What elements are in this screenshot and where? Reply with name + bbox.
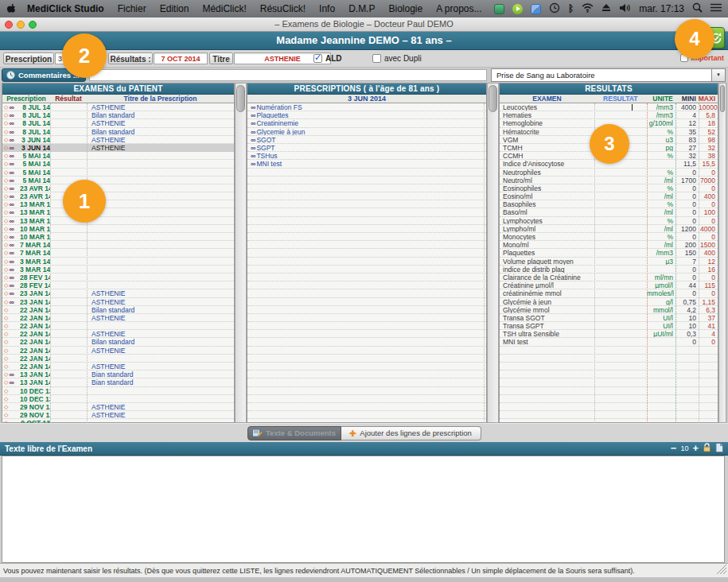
- examen-row[interactable]: ◇22 JAN 14ASTHENIE: [2, 314, 234, 322]
- lock-icon[interactable]: [703, 441, 711, 456]
- examen-row[interactable]: ◇∞10 MAR 14: [2, 225, 234, 233]
- examen-row[interactable]: ◇∞23 AVR 14: [2, 192, 234, 200]
- examen-row[interactable]: ◇∞13 MAR 14: [2, 208, 234, 216]
- examen-row[interactable]: ◇10 DEC 13: [2, 395, 234, 403]
- texte-documents-button[interactable]: Texte & Documents: [247, 426, 341, 440]
- result-input-cell[interactable]: [594, 184, 647, 192]
- result-row[interactable]: Mono/ml/ml2001500: [500, 241, 718, 249]
- examen-row[interactable]: ◇∞13 MAR 14: [2, 200, 234, 208]
- font-increase-button[interactable]: +: [692, 444, 699, 452]
- spotlight-search-icon[interactable]: [692, 2, 703, 15]
- scrollbar-thumb[interactable]: [489, 85, 497, 112]
- result-row[interactable]: Eosino/ml/ml0400: [500, 192, 718, 200]
- result-row[interactable]: Créatinine µmol/lµmol/l44115: [500, 281, 718, 289]
- menu-item[interactable]: Biologie: [388, 3, 422, 14]
- menu-item[interactable]: D.M.P: [348, 3, 375, 14]
- chevron-down-icon[interactable]: ▼: [711, 69, 725, 81]
- result-row[interactable]: Leucocytes/mm3400010000: [500, 103, 718, 111]
- result-input-cell[interactable]: [594, 169, 647, 176]
- wifi-icon[interactable]: [582, 3, 594, 15]
- prescription-line[interactable]: ∞Creatininemie: [247, 119, 486, 127]
- menu-item[interactable]: Edition: [160, 3, 189, 14]
- result-row[interactable]: Lympho/ml/ml12004000: [500, 225, 718, 233]
- examen-row[interactable]: ◇∞5 MAI 14: [2, 169, 234, 177]
- result-input-cell[interactable]: [594, 266, 647, 273]
- menu-item[interactable]: MediClick Studio: [27, 3, 104, 14]
- examen-row[interactable]: ◇∞3 MAR 14: [2, 266, 234, 274]
- result-row[interactable]: TSH ultra SensibleµUI/ml0,34: [500, 330, 718, 338]
- examen-row[interactable]: ◇∞8 JUL 14ASTHENIE: [2, 103, 234, 111]
- result-input-cell[interactable]: [594, 177, 647, 184]
- menu-item[interactable]: Fichier: [118, 3, 146, 14]
- result-row[interactable]: Transa SGPTUI/l1041: [500, 322, 718, 330]
- result-row[interactable]: Eosinophiles%00: [500, 184, 718, 192]
- examen-row[interactable]: ◇∞3 MAR 14: [2, 258, 234, 266]
- examen-row[interactable]: ◇∞8 JUL 14ASTHENIE: [2, 119, 234, 127]
- examen-row[interactable]: ◇∞5 MAI 14: [2, 160, 234, 168]
- result-row[interactable]: Hematies/mm345,8: [500, 111, 718, 119]
- result-row[interactable]: MNI test00: [500, 338, 718, 346]
- dupli-checkbox[interactable]: [372, 54, 381, 63]
- result-row[interactable]: créatininémie mmolmmoles/l00: [500, 289, 718, 297]
- result-row[interactable]: Clairance de la Créatinineml/mn00: [500, 274, 718, 281]
- result-row[interactable]: Neutrophiles%00: [500, 169, 718, 177]
- result-input-cell[interactable]: [594, 233, 647, 240]
- status-app-icon-blue[interactable]: [531, 4, 541, 14]
- result-input-cell[interactable]: [594, 322, 647, 329]
- examen-row[interactable]: ◇∞13 MAR 14: [2, 217, 234, 225]
- result-input-cell[interactable]: [594, 103, 647, 111]
- examen-row[interactable]: ◇∞13 JAN 14Bian standard: [2, 371, 234, 378]
- prescription-line[interactable]: ∞SGPT: [247, 144, 486, 152]
- scrollbar-thumb[interactable]: [236, 85, 245, 112]
- prescription-line[interactable]: ∞SGOT: [247, 136, 486, 144]
- menu-item[interactable]: RésuClick!: [260, 3, 306, 14]
- apple-menu-icon[interactable]: [6, 3, 16, 14]
- comment-field[interactable]: [89, 69, 487, 81]
- status-app-icon-play[interactable]: [512, 4, 523, 14]
- resultats-date-field[interactable]: 7 OCT 2014: [154, 52, 208, 64]
- resize-grip[interactable]: [717, 565, 726, 576]
- prescriptions-scrollbar[interactable]: [487, 83, 499, 423]
- examen-row[interactable]: ◇22 JAN 14: [2, 322, 234, 330]
- menu-clock[interactable]: mar. 17:13: [639, 3, 684, 14]
- menu-item[interactable]: Info: [319, 3, 335, 14]
- freetext-area[interactable]: [2, 456, 725, 563]
- result-row[interactable]: Glycémie mmolmmol/l4,26,3: [500, 306, 718, 314]
- prescription-line[interactable]: ∞Plaquettes: [247, 111, 486, 119]
- examen-row[interactable]: ◇22 JAN 14Bilan standard: [2, 338, 234, 346]
- examen-row[interactable]: ◇22 JAN 14ASTHENIE: [2, 330, 234, 338]
- result-input-cell[interactable]: [594, 274, 647, 281]
- scrollbar-thumb[interactable]: [720, 85, 725, 112]
- examen-row[interactable]: ◇29 NOV 13ASTHENIE: [2, 403, 234, 411]
- result-input-cell[interactable]: [594, 289, 647, 297]
- result-row[interactable]: Plaquettes/mm3150400: [500, 249, 718, 257]
- examen-row[interactable]: ◇∞3 JUN 14ASTHENIE: [2, 136, 234, 144]
- examen-row[interactable]: ◇∞5 MAI 14: [2, 177, 234, 184]
- examen-row[interactable]: ◇∞23 JAN 14ASTHENIE: [2, 289, 234, 297]
- document-icon[interactable]: [715, 441, 723, 456]
- notification-center-icon[interactable]: [710, 3, 722, 14]
- result-row[interactable]: Neutro/ml/ml17007000: [500, 177, 718, 184]
- examen-row[interactable]: ◇∞7 MAR 14: [2, 241, 234, 249]
- prescription-line[interactable]: ∞Glycemie à jeun: [247, 128, 486, 136]
- result-input-cell[interactable]: [594, 111, 647, 118]
- examen-row[interactable]: ◇∞8 JUL 14Bilan standard: [2, 111, 234, 119]
- examens-scrollbar[interactable]: [235, 83, 247, 423]
- result-row[interactable]: Basophiles%00: [500, 200, 718, 208]
- time-machine-icon[interactable]: [549, 2, 560, 16]
- result-input-cell[interactable]: [594, 192, 647, 200]
- examen-row[interactable]: ◇∞7 MAR 14: [2, 249, 234, 257]
- result-input-cell[interactable]: [594, 338, 647, 345]
- result-input-cell[interactable]: [594, 217, 647, 224]
- menu-item[interactable]: A propos...: [436, 3, 481, 14]
- examen-row[interactable]: ◇∞13 JAN 14Bian standard: [2, 378, 234, 386]
- font-decrease-button[interactable]: −: [671, 444, 677, 452]
- examen-row[interactable]: ◇22 JAN 14Bilan standard: [2, 306, 234, 314]
- result-input-cell[interactable]: [594, 200, 647, 208]
- result-input-cell[interactable]: [594, 306, 647, 313]
- examen-row[interactable]: ◇29 NOV 13ASTHENIE: [2, 411, 234, 419]
- examen-row[interactable]: ◇∞28 FEV 14: [2, 274, 234, 281]
- result-input-cell[interactable]: [594, 249, 647, 256]
- examen-row[interactable]: ◇∞23 JAN 14ASTHENIE: [2, 298, 234, 306]
- examen-row[interactable]: ◇∞28 FEV 14: [2, 281, 234, 289]
